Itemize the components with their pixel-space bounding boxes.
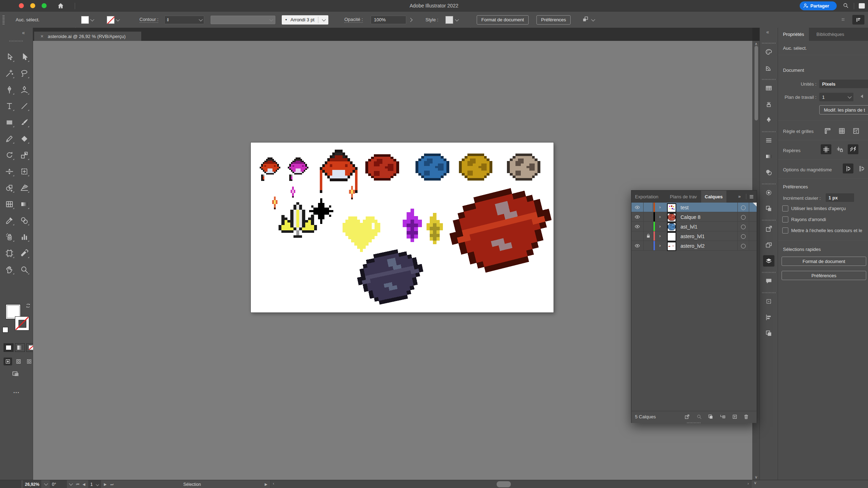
tool-pencil[interactable] [4, 133, 15, 144]
dock-transform-icon[interactable] [763, 296, 774, 307]
opacity-label[interactable]: Opacité : [344, 17, 363, 23]
drag-handle[interactable] [2, 15, 5, 25]
sprite-spaceship-magenta-small[interactable] [288, 157, 308, 181]
keyboard-increment-input[interactable]: 1 px [826, 193, 854, 202]
color-mode-gradient-button[interactable] [15, 343, 25, 352]
new-layer-icon[interactable] [732, 414, 738, 421]
dock-comments-icon[interactable] [763, 275, 774, 287]
layer-thumbnail[interactable] [667, 213, 676, 222]
ruler-button[interactable] [822, 126, 833, 136]
tool-pen[interactable] [4, 84, 15, 95]
dock-graphic-styles-icon[interactable] [763, 203, 774, 214]
tool-shape-builder[interactable] [4, 182, 15, 193]
tool-curvature[interactable] [19, 84, 30, 95]
snap-point-button[interactable] [843, 163, 853, 173]
preferences-button[interactable]: Préférences [536, 15, 571, 25]
collect-for-export-icon[interactable] [684, 414, 690, 421]
tool-rectangle[interactable] [4, 117, 15, 128]
tool-width[interactable] [4, 166, 15, 177]
status-flyout-icon[interactable]: ▶ [265, 482, 268, 486]
layer-thumbnail[interactable] [667, 242, 676, 251]
expand-layer-icon[interactable]: › [659, 214, 661, 219]
sprite-flame-purple[interactable] [403, 209, 422, 242]
draw-normal-mode-button[interactable] [4, 358, 12, 365]
dock-align-icon[interactable] [763, 312, 774, 323]
tool-type[interactable] [4, 101, 15, 111]
arrange-icon[interactable] [582, 16, 589, 24]
share-button[interactable]: Partager [800, 1, 837, 10]
visibility-eye-icon[interactable] [634, 243, 640, 250]
stroke-proxy-swatch[interactable] [15, 316, 29, 331]
sprite-missile-orange[interactable] [349, 186, 355, 199]
tool-selection[interactable] [4, 52, 15, 62]
dock-color-icon[interactable] [763, 46, 774, 58]
expand-layer-icon[interactable]: › [659, 224, 661, 229]
artboard[interactable] [251, 143, 554, 312]
tool-mesh[interactable] [4, 199, 15, 209]
pixel-grid-button[interactable] [851, 126, 861, 136]
sprite-fighter-torch-flame[interactable] [272, 197, 277, 209]
panel-overflow-arrow[interactable] [861, 95, 863, 98]
scale-strokes-checkbox[interactable] [782, 227, 788, 234]
layer-name[interactable]: astero_lvl1 [681, 234, 705, 239]
layer-row-ast_lvl1[interactable]: ›ast_lvl1 [631, 222, 757, 231]
sprite-asteroid-brown[interactable] [507, 154, 540, 181]
tool-eraser[interactable] [19, 133, 30, 144]
dock-transparency-icon[interactable] [763, 167, 774, 178]
artboard-nav-dropdown[interactable]: 1 [88, 480, 101, 488]
visibility-eye-icon[interactable] [634, 204, 640, 211]
prev-artboard-icon[interactable]: ◀ [83, 482, 85, 486]
tool-gradient-tool[interactable] [19, 199, 30, 209]
units-dropdown[interactable]: Pixels [819, 80, 868, 88]
dock-gradient-panel-icon[interactable] [763, 151, 774, 162]
dock-artboards-icon[interactable] [763, 239, 774, 251]
screen-mode-icon[interactable] [11, 370, 20, 379]
tool-blend[interactable] [19, 215, 30, 226]
default-fill-stroke-icon[interactable] [2, 327, 8, 333]
zoom-level-input[interactable]: 26,92% [23, 480, 41, 488]
tool-slice[interactable] [19, 248, 30, 258]
quick-document-setup-button[interactable]: Format de document [782, 257, 866, 266]
last-artboard-icon[interactable]: ⏭ [110, 482, 113, 487]
tab-calques[interactable]: Calques [701, 191, 726, 203]
layer-name[interactable]: ast_lvl1 [681, 224, 697, 230]
layer-target-icon[interactable] [741, 215, 746, 220]
sprite-planet-red-ringed[interactable] [442, 180, 560, 279]
visibility-eye-icon[interactable] [634, 214, 640, 221]
resize-handle[interactable] [687, 422, 701, 423]
expand-layer-icon[interactable]: › [659, 204, 661, 210]
layer-target-icon[interactable] [741, 234, 746, 239]
swap-fill-stroke-icon[interactable] [25, 303, 31, 309]
zoom-dropdown-chevron[interactable] [44, 482, 48, 486]
tool-lasso[interactable] [19, 68, 30, 79]
guides-button[interactable] [821, 144, 831, 154]
tool-eyedropper[interactable] [4, 215, 15, 226]
sprite-flame-yellow[interactable] [427, 213, 443, 244]
layer-row-test[interactable]: ›test [631, 203, 757, 212]
close-tab-icon[interactable]: × [41, 33, 43, 39]
tool-perspective-grid[interactable] [19, 182, 30, 193]
dock-color-guide-icon[interactable] [763, 62, 774, 74]
layer-target-icon[interactable] [741, 225, 746, 229]
eye-icon[interactable] [634, 224, 640, 230]
sprite-asteroid-gold[interactable] [459, 154, 492, 181]
draw-inside-mode-button[interactable] [25, 358, 33, 365]
layer-row-astero_lvl1[interactable]: ›astero_lvl1 [631, 231, 757, 241]
dock-pathfinder-icon[interactable] [763, 328, 774, 339]
tool-paintbrush[interactable] [19, 117, 30, 128]
fill-dropdown-chevron[interactable] [90, 17, 94, 21]
scroll-down-arrow[interactable]: ∨ [753, 475, 760, 479]
layer-name[interactable]: astero_lvl2 [681, 243, 705, 249]
next-artboard-icon[interactable]: ▶ [104, 482, 107, 486]
horizontal-scroll-thumb[interactable] [497, 481, 511, 487]
sprite-missile-magenta[interactable] [291, 187, 295, 198]
sprite-heart-yellow[interactable] [343, 216, 380, 252]
new-sublayer-icon[interactable] [720, 414, 726, 421]
rotation-input[interactable]: 0° [50, 480, 67, 488]
delete-layer-icon[interactable] [743, 414, 749, 421]
tool-direct-selection[interactable] [19, 52, 30, 62]
dock-asset-export-icon[interactable] [763, 223, 774, 235]
dock-symbols-icon[interactable] [763, 114, 774, 126]
stroke-weight-stepper[interactable]: ▲▼ [164, 16, 204, 24]
grid-button[interactable] [836, 126, 847, 136]
